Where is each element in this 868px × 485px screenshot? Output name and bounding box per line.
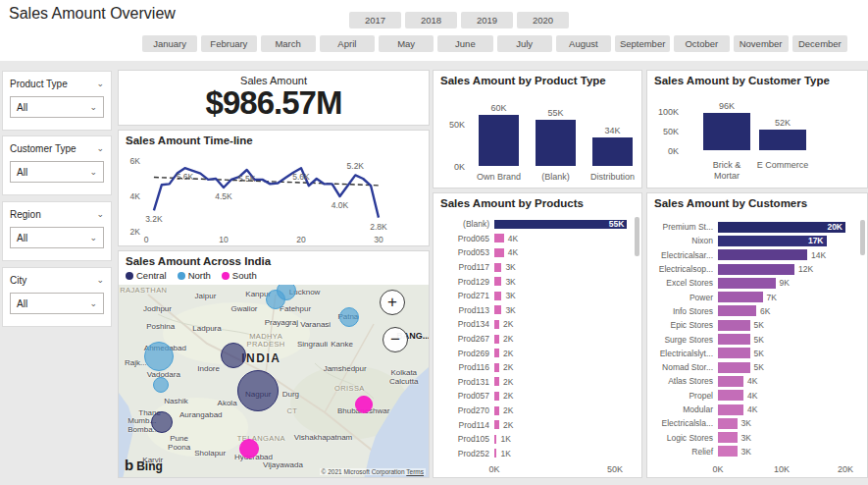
map-bubble-ahmedabad[interactable]: [144, 342, 174, 371]
month-button-october[interactable]: October: [674, 35, 729, 52]
bar-row-premium-st[interactable]: Premium St...20K: [653, 220, 857, 234]
bar-row-logic-stores[interactable]: Logic Stores3K: [653, 430, 857, 444]
terms-link[interactable]: Terms: [406, 468, 424, 475]
bar-epic-stores[interactable]: [718, 320, 750, 331]
bar-row-prod134[interactable]: Prod1342K: [439, 317, 632, 332]
bar-row-info-stores[interactable]: Info Stores6K: [653, 304, 857, 318]
bar-row-prod053[interactable]: Prod0534K: [439, 245, 632, 260]
bar-prod267[interactable]: [494, 335, 499, 344]
year-button-2020[interactable]: 2020: [517, 12, 569, 28]
bar-row-surge-stores[interactable]: Surge Stores5K: [653, 332, 857, 346]
bar-row-prod116[interactable]: Prod1162K: [439, 360, 632, 375]
map-zoom-in-button[interactable]: +: [380, 290, 405, 315]
month-button-may[interactable]: May: [379, 35, 434, 52]
bar-prod113[interactable]: [494, 305, 501, 314]
bar-prod269[interactable]: [494, 349, 499, 357]
bar-prod131[interactable]: [494, 377, 499, 386]
slicer-header-city[interactable]: City⌄: [10, 275, 104, 286]
bar-prod065[interactable]: [494, 234, 504, 242]
bar-row-power[interactable]: Power7K: [653, 290, 857, 303]
bar-row-excel-stores[interactable]: Excel Stores9K: [653, 276, 857, 290]
bar-surge-stores[interactable]: [718, 334, 750, 345]
slicer-dropdown-customer-type[interactable]: All⌄: [10, 161, 104, 183]
bar-row-nomad-stor[interactable]: Nomad Stor...5K: [653, 360, 857, 374]
bar-electricalsar[interactable]: [718, 249, 807, 260]
bar-electricalslyt[interactable]: [718, 348, 750, 358]
slicer-dropdown-product-type[interactable]: All⌄: [10, 96, 104, 118]
bar-row-modular[interactable]: Modular4K: [653, 403, 857, 416]
bar-row-prod271[interactable]: Prod2713K: [439, 289, 632, 303]
bar-excel-stores[interactable]: [718, 278, 776, 289]
bar-row-blank[interactable]: (Blank)55K: [439, 217, 632, 232]
bar-electricalsop[interactable]: [718, 264, 794, 275]
bar-row-prod270[interactable]: Prod2702K: [439, 404, 632, 418]
month-button-april[interactable]: April: [320, 35, 375, 52]
bar-prod116[interactable]: [494, 363, 499, 372]
month-button-september[interactable]: September: [615, 35, 670, 52]
products-scrollbar[interactable]: [635, 217, 639, 256]
bar-row-electricalslyt[interactable]: Electricalslyt...5K: [653, 347, 857, 360]
bar-nomad-stor[interactable]: [718, 362, 750, 373]
bar-prod129[interactable]: [494, 277, 501, 286]
bar-own-brand[interactable]: [479, 115, 519, 166]
month-button-december[interactable]: December: [792, 35, 847, 52]
month-button-june[interactable]: June: [437, 35, 492, 52]
india-map[interactable]: + − bBing © 2021 Microsoft Corporation T…: [119, 285, 429, 477]
bar-row-electricalsop[interactable]: Electricalsop...12K: [653, 262, 857, 276]
bar-row-propel[interactable]: Propel4K: [653, 389, 857, 403]
bar-row-prod114[interactable]: Prod1142K: [439, 417, 632, 432]
legend-item-south[interactable]: South: [222, 270, 257, 281]
bar-row-prod065[interactable]: Prod0654K: [439, 232, 632, 246]
timeline-chart[interactable]: 2K4K6K01020303.2K5.6K4.5K5.5K5.6K4.0K5.2…: [121, 146, 429, 244]
bar-prod252[interactable]: [494, 449, 496, 458]
bar-row-electricalsla[interactable]: Electricalsla...3K: [653, 416, 857, 430]
bar-row-nixon[interactable]: Nixon17K: [653, 234, 857, 247]
map-bubble-mumbai[interactable]: [151, 411, 173, 433]
legend-item-north[interactable]: North: [178, 270, 211, 281]
month-button-march[interactable]: March: [261, 35, 316, 52]
bar-row-prod105[interactable]: Prod1051K: [439, 432, 632, 447]
customers-scrollbar[interactable]: [860, 220, 865, 255]
bar-atlas-stores[interactable]: [718, 376, 743, 387]
month-button-february[interactable]: February: [201, 35, 256, 52]
slicer-dropdown-city[interactable]: All⌄: [10, 293, 104, 314]
bar-row-prod057[interactable]: Prod0572K: [439, 389, 632, 404]
month-button-july[interactable]: July: [497, 35, 552, 52]
month-button-november[interactable]: November: [734, 35, 789, 52]
bar-distribution[interactable]: [592, 137, 633, 166]
bar-prod270[interactable]: [494, 406, 499, 415]
bar-electricalsla[interactable]: [718, 418, 738, 429]
slicer-dropdown-region[interactable]: All⌄: [10, 227, 104, 248]
map-bubble-bhopal[interactable]: [221, 343, 246, 368]
bar-row-prod267[interactable]: Prod2672K: [439, 332, 632, 347]
bar-blank[interactable]: 55K: [494, 220, 627, 229]
bar-modular[interactable]: [718, 404, 743, 415]
year-button-2019[interactable]: 2019: [461, 12, 513, 28]
bar-row-prod113[interactable]: Prod1133K: [439, 303, 632, 318]
bar-nixon[interactable]: 17K: [718, 236, 827, 246]
map-bubble-nagpur[interactable]: [237, 370, 279, 411]
bar-row-prod129[interactable]: Prod1293K: [439, 274, 632, 289]
bar-power[interactable]: [718, 292, 763, 302]
year-button-2018[interactable]: 2018: [405, 12, 457, 28]
bar-prod105[interactable]: [494, 435, 496, 444]
bar-propel[interactable]: [718, 390, 743, 401]
bar-premium-st[interactable]: 20K: [718, 222, 845, 233]
bar-logic-stores[interactable]: [718, 432, 738, 443]
bar-relief[interactable]: [718, 446, 738, 457]
bar-row-electricalsar[interactable]: Electricalsar...14K: [653, 248, 857, 262]
bar-prod114[interactable]: [494, 420, 499, 429]
map-bubble-patna[interactable]: [339, 307, 359, 327]
bar-row-prod252[interactable]: Prod2521K: [439, 447, 632, 461]
bar-e-commerce[interactable]: [759, 130, 806, 150]
year-button-2017[interactable]: 2017: [349, 12, 401, 28]
legend-item-central[interactable]: Central: [126, 270, 167, 281]
map-bubble-bhubaneshwar[interactable]: [355, 396, 373, 413]
slicer-header-customer-type[interactable]: Customer Type⌄: [10, 143, 104, 154]
bar-prod053[interactable]: [494, 248, 504, 257]
map-bubble-kanpur[interactable]: [266, 290, 285, 309]
map-bubble-hyderabad[interactable]: [239, 439, 259, 458]
bar-brick-mortar[interactable]: [703, 113, 750, 150]
bar-prod057[interactable]: [494, 392, 499, 401]
slicer-header-region[interactable]: Region⌄: [10, 209, 104, 220]
